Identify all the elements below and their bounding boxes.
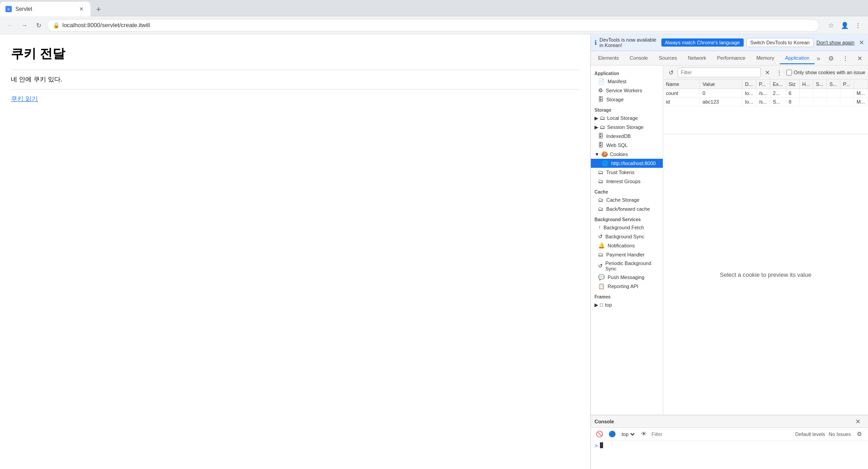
tab-bar: S Servlet ✕ +: [0, 0, 868, 16]
sidebar-item-bg-fetch[interactable]: ↑ Background Fetch: [591, 223, 663, 232]
tab-console[interactable]: Console: [624, 52, 653, 64]
cookie-table-area: Name Value D... P... Ex... Siz H... S...: [663, 80, 868, 415]
tab-performance[interactable]: Performance: [712, 52, 751, 64]
console-context-select[interactable]: top: [620, 431, 636, 437]
table-cell: /s...: [756, 98, 770, 106]
tab-memory-label: Memory: [756, 55, 774, 61]
console-close-button[interactable]: ✕: [852, 415, 864, 428]
address-bar[interactable]: 🔒 localhost:8000/servlet/create.itwill: [47, 19, 819, 32]
local-storage-icon: 🗂: [600, 115, 605, 121]
new-tab-button[interactable]: +: [92, 3, 105, 16]
storage-label: Storage: [606, 97, 624, 102]
dont-show-button[interactable]: Don't show again: [816, 40, 854, 45]
tab-close-button[interactable]: ✕: [78, 5, 85, 13]
sidebar-item-trust-tokens[interactable]: 🗂 Trust Tokens: [591, 168, 663, 177]
col-header-httponly[interactable]: H...: [799, 80, 813, 89]
tab-memory[interactable]: Memory: [751, 52, 780, 64]
col-header-path[interactable]: P...: [756, 80, 770, 89]
col-header-secure[interactable]: S...: [813, 80, 826, 89]
switch-korean-button[interactable]: Switch DevTools to Korean: [746, 38, 814, 47]
devtools-body: Application 📄 Manifest ⚙ Service Workers…: [591, 66, 868, 415]
refresh-cookies-button[interactable]: ↺: [666, 67, 676, 77]
separator2: [11, 89, 580, 90]
col-header-value[interactable]: Value: [700, 80, 742, 89]
sidebar-item-periodic-bg-sync[interactable]: ↺ Periodic Background Sync: [591, 259, 663, 273]
col-header-expires[interactable]: Ex...: [770, 80, 786, 89]
forward-button[interactable]: →: [18, 19, 31, 32]
sidebar-item-cookie-origin[interactable]: 🌐 http://localhost:8000: [591, 159, 663, 168]
col-header-samesite[interactable]: S...: [826, 80, 840, 89]
sidebar-item-indexeddb[interactable]: 🗄 IndexedDB: [591, 132, 663, 141]
cookie-toolbar: ↺ ✕ ⋮ Only show cookies with an issue: [663, 66, 868, 80]
bookmark-button[interactable]: ☆: [825, 19, 837, 32]
devtools-more-button[interactable]: ⋮: [839, 52, 852, 65]
page-link[interactable]: 쿠키 읽기: [11, 95, 38, 102]
tab-elements[interactable]: Elements: [593, 52, 624, 64]
sidebar-item-bg-sync[interactable]: ↺ Background Sync: [591, 232, 663, 241]
cache-section-label: Cache: [591, 186, 663, 195]
sidebar-item-session-storage[interactable]: ▶ 🗂 Session Storage: [591, 123, 663, 132]
more-tabs-button[interactable]: »: [816, 55, 820, 62]
infobar-close-button[interactable]: ✕: [859, 39, 864, 46]
sidebar-item-reporting-api[interactable]: 📋 Reporting API: [591, 282, 663, 291]
cookie-filter-input[interactable]: [678, 67, 761, 77]
lock-icon: 🔒: [53, 22, 60, 28]
application-section-label: Application: [591, 67, 663, 77]
payment-handler-icon: 🗂: [598, 251, 604, 258]
back-forward-cache-icon: 🗂: [598, 206, 604, 212]
col-header-domain[interactable]: D...: [742, 80, 756, 89]
sidebar-item-storage[interactable]: 🗄 Storage: [591, 95, 663, 104]
cookie-preview-text: Select a cookie to preview its value: [720, 271, 811, 278]
sidebar-item-frames-top[interactable]: ▶ □ top: [591, 300, 663, 309]
sidebar-item-web-sql[interactable]: 🗄 Web SQL: [591, 141, 663, 150]
match-language-button[interactable]: Always match Chrome's language: [661, 38, 744, 47]
table-cell: 6: [786, 89, 799, 98]
menu-button[interactable]: ⋮: [852, 19, 864, 32]
sidebar-item-interest-groups[interactable]: 🗂 Interest Groups: [591, 177, 663, 186]
sidebar-item-push-messaging[interactable]: 💬 Push Messaging: [591, 273, 663, 282]
back-forward-cache-label: Back/forward cache: [606, 206, 650, 212]
table-row[interactable]: idabc123lo.../s...S...8M...: [663, 98, 868, 106]
console-preserve-button[interactable]: 🔵: [607, 429, 617, 439]
more-options-button[interactable]: ⋮: [774, 67, 784, 77]
col-header-size[interactable]: Siz: [786, 80, 799, 89]
col-header-other[interactable]: [854, 80, 868, 89]
sidebar-item-payment-handler[interactable]: 🗂 Payment Handler: [591, 250, 663, 259]
tab-network[interactable]: Network: [683, 52, 712, 64]
col-header-priority[interactable]: P...: [840, 80, 854, 89]
console-eye-button[interactable]: 👁: [639, 429, 649, 439]
only-issues-label[interactable]: Only show cookies with an issue: [786, 70, 865, 76]
col-header-name[interactable]: Name: [663, 80, 700, 89]
console-input-area[interactable]: >: [591, 441, 868, 469]
sidebar-item-local-storage[interactable]: ▶ 🗂 Local Storage: [591, 114, 663, 123]
table-row[interactable]: count0lo.../s...2...6M...: [663, 89, 868, 98]
back-button[interactable]: ←: [4, 19, 16, 32]
sidebar-item-service-workers[interactable]: ⚙ Service Workers: [591, 86, 663, 95]
table-cell: M...: [854, 89, 868, 98]
sidebar-item-cookies[interactable]: ▼ 🍪 Cookies: [591, 150, 663, 159]
bg-fetch-label: Background Fetch: [604, 225, 644, 230]
table-cell: [826, 89, 840, 98]
tab-sources[interactable]: Sources: [653, 52, 682, 64]
profile-button[interactable]: 👤: [838, 19, 851, 32]
sidebar-item-manifest[interactable]: 📄 Manifest: [591, 77, 663, 86]
only-issues-checkbox[interactable]: [786, 70, 792, 76]
sidebar-item-notifications[interactable]: 🔔 Notifications: [591, 241, 663, 250]
table-cell: [813, 89, 826, 98]
sidebar-item-back-forward-cache[interactable]: 🗂 Back/forward cache: [591, 204, 663, 213]
devtools-close-button[interactable]: ✕: [854, 52, 866, 65]
console-settings-button[interactable]: ⚙: [854, 429, 864, 439]
reload-button[interactable]: ↻: [33, 19, 45, 32]
clear-filter-button[interactable]: ✕: [763, 67, 773, 77]
tab-application[interactable]: Application: [780, 52, 815, 64]
sidebar-item-cache-storage[interactable]: 🗂 Cache Storage: [591, 195, 663, 204]
default-levels-label[interactable]: Default levels: [795, 431, 825, 437]
cookie-table-top: Name Value D... P... Ex... Siz H... S...: [663, 80, 868, 134]
table-cell: [840, 98, 854, 106]
console-clear-button[interactable]: 🚫: [594, 429, 604, 439]
console-filter-input[interactable]: [651, 431, 793, 437]
table-cell: /s...: [756, 89, 770, 98]
active-tab[interactable]: S Servlet ✕: [0, 2, 90, 16]
web-sql-label: Web SQL: [606, 142, 628, 148]
devtools-settings-button[interactable]: ⚙: [825, 52, 837, 65]
